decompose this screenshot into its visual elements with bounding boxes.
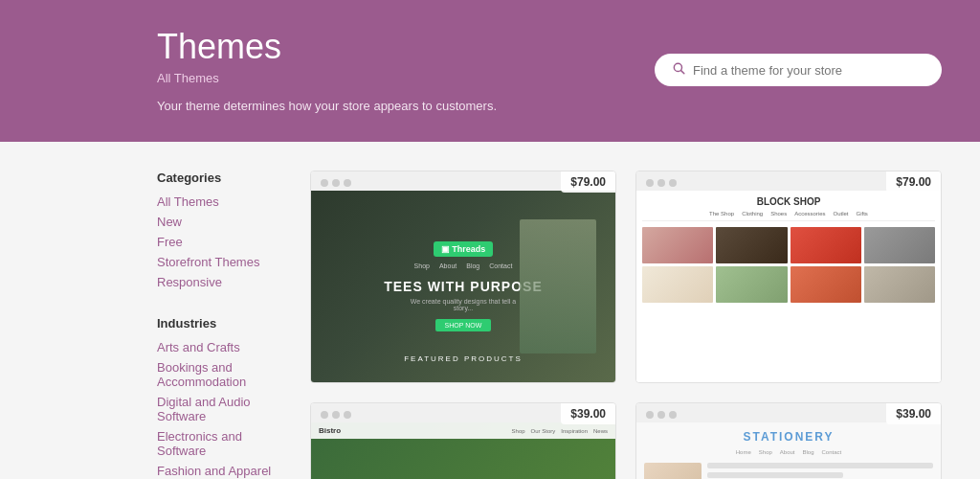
preview-bistro-nav: ShopOur StoryInspirationNews — [512, 428, 608, 434]
preview-threads-bg: ▣ Threads ShopAboutBlogContact TEES WITH… — [311, 191, 615, 382]
preview-bistro-logo: Bistro — [319, 426, 341, 435]
categories-label: Categories — [157, 171, 281, 185]
grid-cell — [716, 266, 787, 303]
theme-card-stationery[interactable]: $39.00 STATIONERY HomeShopAboutBlogConta… — [635, 402, 942, 479]
grid-cell — [716, 227, 787, 263]
industries-section: Industries Arts and Crafts Bookings and … — [157, 316, 281, 478]
preview-bistro-bg: Bistro ShopOur StoryInspirationNews Maki… — [311, 422, 615, 479]
dot — [657, 411, 665, 419]
theme-price-threads: $79.00 — [561, 171, 615, 193]
grid-cell — [642, 266, 713, 303]
svg-line-1 — [681, 71, 684, 74]
theme-grid: $79.00 ▣ Threads ShopAboutBlogContact TE… — [310, 171, 942, 479]
grid-cell — [642, 227, 713, 263]
dot — [646, 179, 654, 187]
theme-preview-blockshop: BLOCK SHOP The ShopClothingShoesAccessor… — [636, 191, 941, 382]
preview-stationery-nav: HomeShopAboutBlogContact — [644, 449, 933, 455]
theme-preview-stationery: STATIONERY HomeShopAboutBlogContact — [636, 422, 941, 479]
preview-blockshop-grid — [642, 227, 935, 303]
sidebar-item-free[interactable]: Free — [157, 235, 281, 249]
preview-threads-cta: SHOP NOW — [435, 319, 492, 331]
theme-preview-bistro: Bistro ShopOur StoryInspirationNews Maki… — [311, 422, 615, 479]
sidebar-item-digital-audio[interactable]: Digital and Audio Software — [157, 395, 281, 423]
preview-stationery-content — [644, 463, 933, 479]
theme-card-bistro[interactable]: $39.00 Bistro ShopOur StoryInspirationNe… — [310, 402, 616, 479]
search-icon — [672, 61, 685, 79]
grid-cell — [791, 227, 861, 263]
preview-threads-logo: ▣ Threads — [434, 241, 494, 257]
preview-threads-nav: ShopAboutBlogContact — [414, 262, 513, 269]
grid-cell — [791, 266, 861, 303]
preview-stationery-image — [644, 463, 702, 479]
preview-stationery-text — [707, 463, 933, 479]
preview-threads-hero: TEES WITH PURPOSE — [384, 279, 543, 294]
theme-price-stationery: $39.00 — [886, 403, 941, 424]
sidebar-item-arts-crafts[interactable]: Arts and Crafts — [157, 340, 281, 354]
preview-blockshop-nav: The ShopClothingShoesAccessoriesOutletGi… — [642, 211, 935, 221]
preview-stationery-bg: STATIONERY HomeShopAboutBlogContact — [636, 422, 941, 479]
sidebar-item-storefront[interactable]: Storefront Themes — [157, 255, 281, 269]
preview-blockshop-bg: BLOCK SHOP The ShopClothingShoesAccessor… — [636, 191, 941, 382]
text-line — [707, 472, 843, 478]
search-bar[interactable] — [655, 54, 942, 86]
dot — [332, 411, 340, 419]
main-content: Categories All Themes New Free Storefron… — [0, 142, 980, 479]
preview-bistro-header: Bistro ShopOur StoryInspirationNews — [311, 422, 615, 439]
preview-stationery-title: STATIONERY — [644, 430, 933, 444]
dot — [344, 179, 351, 187]
preview-threads-sub: We create quality designs that tell a st… — [406, 298, 521, 311]
search-input[interactable] — [693, 63, 924, 78]
dot — [669, 411, 677, 419]
dot — [321, 411, 328, 419]
header-subtitle[interactable]: All Themes — [157, 71, 497, 85]
grid-cell — [864, 266, 935, 303]
page-title: Themes — [157, 27, 497, 67]
industries-label: Industries — [157, 316, 281, 331]
dot — [332, 179, 340, 187]
sidebar: Categories All Themes New Free Storefron… — [157, 171, 281, 479]
sidebar-item-responsive[interactable]: Responsive — [157, 275, 281, 289]
theme-card-threads[interactable]: $79.00 ▣ Threads ShopAboutBlogContact TE… — [310, 171, 616, 383]
categories-section: Categories All Themes New Free Storefron… — [157, 171, 281, 289]
dot — [344, 411, 351, 419]
text-line — [707, 463, 933, 468]
dot — [646, 411, 654, 419]
header-description: Your theme determines how your store app… — [157, 99, 497, 113]
sidebar-item-fashion[interactable]: Fashion and Apparel — [157, 464, 281, 478]
theme-price-bistro: $39.00 — [561, 403, 615, 424]
sidebar-item-new[interactable]: New — [157, 215, 281, 229]
grid-cell — [864, 227, 935, 263]
theme-price-blockshop: $79.00 — [886, 171, 941, 193]
preview-threads-model — [520, 219, 596, 354]
preview-threads-featured: FEATURED PRODUCTS — [311, 354, 615, 363]
dot — [321, 179, 328, 187]
sidebar-item-all-themes[interactable]: All Themes — [157, 194, 281, 209]
preview-blockshop-title: BLOCK SHOP — [642, 196, 935, 207]
theme-card-blockshop[interactable]: $79.00 BLOCK SHOP The ShopClothingShoesA… — [635, 171, 942, 383]
dot — [657, 179, 665, 187]
header-left: Themes All Themes Your theme determines … — [157, 27, 497, 113]
theme-preview-threads: ▣ Threads ShopAboutBlogContact TEES WITH… — [311, 191, 615, 382]
sidebar-item-bookings[interactable]: Bookings and Accommodation — [157, 360, 281, 389]
page-header: Themes All Themes Your theme determines … — [0, 0, 980, 142]
dot — [669, 179, 677, 187]
sidebar-item-electronics[interactable]: Electronics and Software — [157, 429, 281, 458]
